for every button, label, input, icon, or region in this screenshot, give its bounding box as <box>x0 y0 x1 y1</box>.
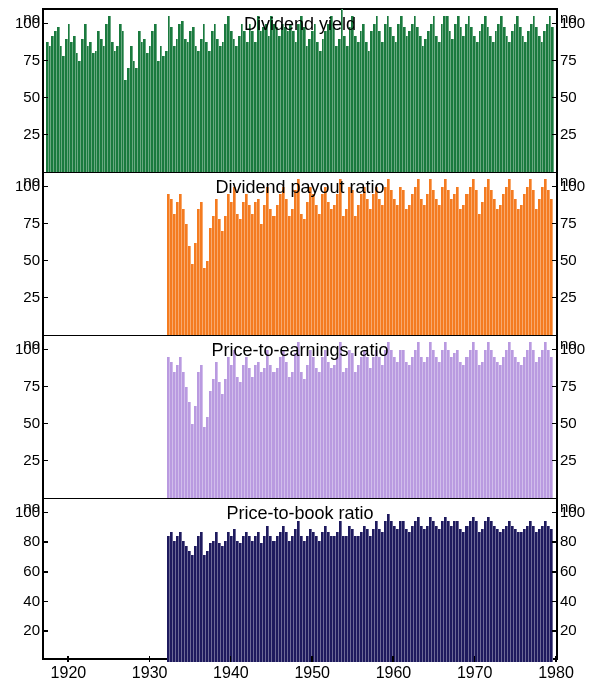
x-tick-label: 1940 <box>213 664 249 682</box>
y-tick-label: 75 <box>4 52 40 67</box>
x-tick-label: 1960 <box>376 664 412 682</box>
y-tick-label: 50 <box>560 89 596 104</box>
y-tick-label: 100 <box>560 341 596 356</box>
x-tick-label: 1930 <box>132 664 168 682</box>
x-tick-label: 1950 <box>294 664 330 682</box>
y-tick-label: 75 <box>560 215 596 230</box>
y-tick-label: 75 <box>4 215 40 230</box>
y-tick-label: 40 <box>560 593 596 608</box>
y-tick-label: 50 <box>4 415 40 430</box>
x-tick-label: 1920 <box>51 664 87 682</box>
x-tick-label: 1970 <box>457 664 493 682</box>
y-tick-label: 100 <box>4 504 40 519</box>
y-tick-label: 75 <box>560 52 596 67</box>
chart-frame: Dividend yield Dividend payout ratio Pri… <box>42 8 558 660</box>
y-tick-label: 50 <box>4 252 40 267</box>
panel-pb-ratio: Price-to-book ratio <box>44 499 556 662</box>
y-tick-label: 20 <box>560 622 596 637</box>
y-tick-label: 25 <box>560 289 596 304</box>
y-tick-label: 100 <box>4 178 40 193</box>
y-tick-label: 80 <box>560 533 596 548</box>
panel-dividend-payout: Dividend payout ratio <box>44 173 556 336</box>
panel-pe-ratio: Price-to-earnings ratio <box>44 336 556 499</box>
y-tick-label: 25 <box>4 452 40 467</box>
panel-dividend-yield: Dividend yield <box>44 10 556 173</box>
y-tick-label: 100 <box>560 178 596 193</box>
panel-title: Price-to-earnings ratio <box>211 340 388 361</box>
panel-title: Dividend payout ratio <box>215 177 384 198</box>
y-tick-label: 100 <box>560 15 596 30</box>
x-tick-label: 1980 <box>538 664 574 682</box>
y-tick-label: 50 <box>560 252 596 267</box>
y-tick-label: 25 <box>4 289 40 304</box>
y-tick-label: 40 <box>4 593 40 608</box>
y-tick-label: 50 <box>4 89 40 104</box>
panel-title: Price-to-book ratio <box>226 503 373 524</box>
panel-title: Dividend yield <box>244 14 356 35</box>
y-tick-label: 25 <box>4 126 40 141</box>
y-tick-label: 25 <box>560 452 596 467</box>
y-tick-label: 100 <box>4 341 40 356</box>
y-tick-label: 50 <box>560 415 596 430</box>
y-tick-label: 60 <box>4 563 40 578</box>
y-tick-label: 100 <box>560 504 596 519</box>
y-tick-label: 80 <box>4 533 40 548</box>
y-tick-label: 20 <box>4 622 40 637</box>
y-tick-label: 100 <box>4 15 40 30</box>
y-tick-label: 75 <box>4 378 40 393</box>
y-tick-label: 60 <box>560 563 596 578</box>
y-tick-label: 75 <box>560 378 596 393</box>
y-tick-label: 25 <box>560 126 596 141</box>
